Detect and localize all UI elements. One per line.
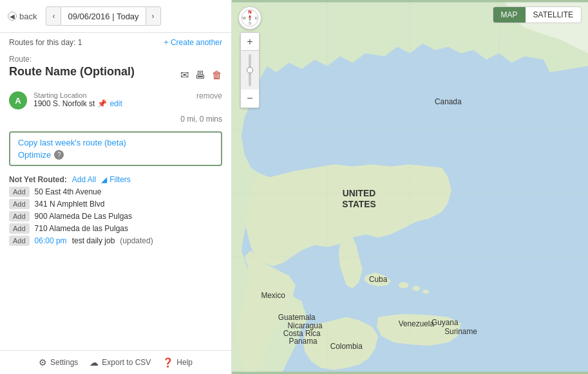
svg-point-10: [422, 290, 429, 294]
svg-text:Mexico: Mexico: [261, 291, 285, 300]
optimize-help-icon[interactable]: ?: [54, 150, 64, 160]
not-routed-header: Not Yet Routed: Add All ◢ Filters: [0, 170, 231, 187]
filters-button[interactable]: ◢ Filters: [101, 175, 131, 184]
remove-location-button[interactable]: remove: [196, 91, 222, 100]
not-routed-label: Not Yet Routed:: [9, 175, 67, 184]
back-button[interactable]: ◀ back: [8, 12, 37, 21]
edit-location-button[interactable]: edit: [109, 99, 122, 108]
zoom-slider[interactable]: [241, 51, 259, 89]
location-title: Starting Location: [33, 91, 190, 99]
stop-4-updated: (updated): [120, 236, 153, 245]
export-label: Export to CSV: [102, 358, 151, 367]
stop-item: Add 06:00 pm test daily job (updated): [9, 236, 222, 246]
stop-4-time: 06:00 pm: [35, 236, 67, 245]
svg-text:Suriname: Suriname: [444, 327, 477, 336]
create-another-button[interactable]: + Create another: [164, 38, 222, 47]
email-icon[interactable]: ✉: [180, 69, 189, 81]
delete-icon[interactable]: 🗑: [212, 70, 222, 81]
stop-item: Add 710 Alameda de las Pulgas: [9, 223, 222, 234]
add-stop-3-button[interactable]: Add: [9, 223, 30, 234]
location-avatar: A: [9, 91, 27, 109]
stop-1-address: 341 N Amphlett Blvd: [35, 200, 105, 209]
compass-control[interactable]: N S W E: [238, 6, 261, 30]
svg-text:Venezuela: Venezuela: [399, 319, 435, 328]
map-controls: N S W E + −: [238, 6, 261, 108]
stop-item: Add 900 Alameda De Las Pulgas: [9, 211, 222, 221]
routes-count-value: 1: [78, 38, 82, 47]
stop-3-address: 710 Alameda de las Pulgas: [35, 224, 128, 233]
pin-icon: 📌: [97, 99, 107, 108]
back-arrow-icon: ◀: [8, 12, 17, 21]
svg-text:W: W: [242, 16, 246, 20]
filter-icon: ◢: [101, 175, 107, 184]
zoom-out-button[interactable]: −: [241, 89, 259, 108]
routes-count: Routes for this day: 1: [9, 38, 82, 47]
svg-text:S: S: [249, 21, 251, 25]
stop-2-address: 900 Alameda De Las Pulgas: [35, 212, 132, 221]
route-actions: ✉ 🖶 🗑: [180, 69, 222, 81]
route-section: Route: Route Name (Optional) ✉ 🖶 🗑: [0, 50, 231, 88]
location-section: A Starting Location 1900 S. Norfolk st 📌…: [0, 88, 231, 113]
svg-text:STATES: STATES: [342, 199, 375, 209]
svg-text:Colombia: Colombia: [330, 342, 363, 351]
svg-text:Panama: Panama: [289, 337, 318, 346]
filters-label: Filters: [109, 175, 131, 184]
stop-4-address: test daily job: [72, 236, 115, 245]
routes-for-label: Routes for this day:: [9, 38, 75, 47]
map-toggle: MAP SATELLITE: [493, 6, 582, 23]
date-display: 09/06/2016 | Today: [61, 6, 145, 26]
address-text: 1900 S. Norfolk st: [33, 99, 95, 108]
bottom-bar: ⚙ Settings ☁ Export to CSV ❓ Help: [0, 350, 231, 374]
svg-point-9: [412, 286, 420, 291]
stop-item: Add 50 East 4th Avenue: [9, 187, 222, 197]
svg-text:E: E: [255, 16, 258, 20]
svg-text:Canada: Canada: [435, 97, 462, 106]
svg-text:N: N: [248, 10, 251, 14]
svg-text:Guyana: Guyana: [432, 318, 459, 327]
stop-0-address: 50 East 4th Avenue: [35, 187, 102, 196]
export-icon: ☁: [90, 357, 99, 368]
settings-icon: ⚙: [39, 357, 47, 368]
location-address: 1900 S. Norfolk st 📌 edit: [33, 99, 190, 108]
date-nav: ‹ 09/06/2016 | Today ›: [46, 6, 160, 26]
print-icon[interactable]: 🖶: [195, 70, 205, 81]
map-svg: Canada UNITED STATES Mexico Cuba Guatema…: [232, 0, 588, 374]
routes-header: Routes for this day: 1 + Create another: [0, 33, 231, 50]
stop-item: Add 341 N Amphlett Blvd: [9, 199, 222, 209]
svg-point-8: [399, 282, 409, 288]
main-container: ◀ back ‹ 09/06/2016 | Today › Routes for…: [0, 0, 588, 374]
satellite-view-button[interactable]: SATELLITE: [526, 7, 581, 23]
stop-list: Add 50 East 4th Avenue Add 341 N Amphlet…: [0, 187, 231, 246]
zoom-controls: + −: [240, 32, 260, 108]
copy-optimize-box: Copy last week's route (beta) Optimize ?: [9, 131, 222, 166]
route-name: Route Name (Optional): [9, 65, 135, 79]
optimize-row: Optimize ?: [18, 150, 213, 160]
map-container[interactable]: MAP SATELLITE N S W E +: [232, 0, 588, 374]
svg-text:UNITED: UNITED: [343, 188, 375, 198]
add-stop-1-button[interactable]: Add: [9, 199, 30, 209]
prev-date-button[interactable]: ‹: [46, 6, 61, 26]
add-stop-0-button[interactable]: Add: [9, 187, 30, 197]
left-panel: ◀ back ‹ 09/06/2016 | Today › Routes for…: [0, 0, 232, 374]
settings-label: Settings: [50, 358, 78, 367]
add-stop-2-button[interactable]: Add: [9, 211, 30, 221]
settings-button[interactable]: ⚙ Settings: [39, 357, 78, 368]
zoom-in-button[interactable]: +: [241, 33, 259, 51]
add-stop-4-button[interactable]: Add: [9, 236, 30, 246]
copy-last-week-button[interactable]: Copy last week's route (beta): [18, 138, 213, 147]
next-date-button[interactable]: ›: [146, 6, 161, 26]
optimize-button[interactable]: Optimize: [18, 150, 51, 160]
back-label: back: [19, 12, 37, 21]
location-details: Starting Location 1900 S. Norfolk st 📌 e…: [33, 91, 190, 108]
distance-row: 0 mi, 0 mins: [0, 113, 231, 127]
help-icon: ❓: [162, 357, 173, 368]
help-label: Help: [176, 358, 193, 367]
map-view-button[interactable]: MAP: [493, 7, 526, 23]
export-button[interactable]: ☁ Export to CSV: [90, 357, 151, 368]
help-button[interactable]: ❓ Help: [162, 357, 193, 368]
route-label: Route:: [9, 55, 222, 64]
top-bar: ◀ back ‹ 09/06/2016 | Today ›: [0, 0, 231, 33]
svg-text:Cuba: Cuba: [369, 275, 388, 284]
add-all-button[interactable]: Add All: [72, 175, 96, 184]
